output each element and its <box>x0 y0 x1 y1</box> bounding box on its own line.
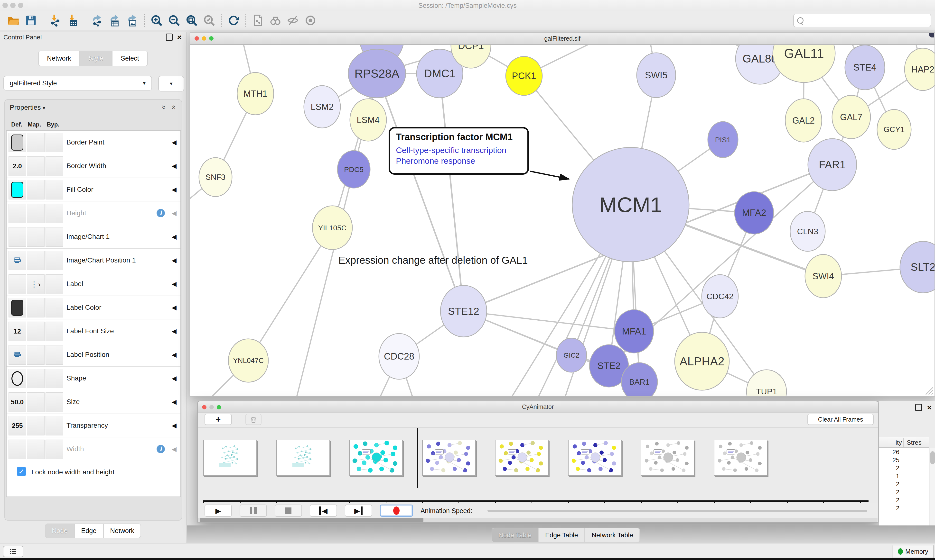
mapping-cell[interactable] <box>27 322 45 341</box>
memory-button[interactable]: Memory <box>893 545 933 558</box>
table-row[interactable]: 2 <box>879 480 929 488</box>
import-table-icon[interactable] <box>66 13 80 28</box>
mapping-cell[interactable] <box>27 345 45 365</box>
bypass-cell[interactable] <box>46 298 63 317</box>
tab-network[interactable]: Network <box>38 51 80 66</box>
mapping-cell[interactable] <box>27 227 45 247</box>
timeline[interactable]: Seconds 0123456789 <box>198 428 878 503</box>
collapse-arrow-icon[interactable]: ◀ <box>172 445 176 453</box>
cyanimator-titlebar[interactable]: CyAnimator <box>198 402 878 413</box>
bypass-cell[interactable] <box>46 180 63 200</box>
frame-thumbnail-6[interactable] <box>641 440 694 476</box>
mapping-cell[interactable]: ⋮› <box>27 274 45 294</box>
mapping-cell[interactable] <box>27 133 45 152</box>
tab-network[interactable]: Network <box>103 523 141 538</box>
window-minimize-button[interactable] <box>10 3 15 8</box>
search-input[interactable] <box>806 15 930 26</box>
property-row-shape[interactable]: Shape◀ <box>6 366 181 390</box>
properties-header[interactable]: Properties ▾ <box>10 104 45 111</box>
skip-start-button[interactable]: ◀ <box>310 505 337 517</box>
bypass-cell[interactable] <box>46 133 63 152</box>
timeline-playhead[interactable] <box>417 428 418 488</box>
tab-style[interactable]: Style <box>80 51 112 66</box>
tab-select[interactable]: Select <box>112 51 148 66</box>
mapping-cell[interactable] <box>27 369 45 388</box>
table-scrollbar[interactable] <box>930 448 935 525</box>
collapse-arrow-icon[interactable]: ◀ <box>172 186 176 194</box>
clear-all-frames-button[interactable]: Clear All Frames <box>807 414 874 425</box>
default-cell[interactable]: 255 <box>9 416 26 435</box>
frame-thumbnail-3[interactable] <box>422 440 476 476</box>
play-button[interactable]: ▶ <box>205 505 232 517</box>
default-cell[interactable] <box>9 204 26 223</box>
collapse-arrow-icon[interactable]: ◀ <box>172 422 176 429</box>
frame-thumbnail-1[interactable] <box>276 440 330 476</box>
delete-frame-button[interactable] <box>245 414 262 425</box>
table-row[interactable]: 2 <box>879 504 929 512</box>
collapse-arrow-icon[interactable]: ◀ <box>172 280 176 288</box>
tab-edge[interactable]: Edge <box>74 523 103 538</box>
cyanimator-minimize-button[interactable] <box>210 405 214 409</box>
property-row-width[interactable]: Widthi◀ <box>6 437 181 461</box>
window-zoom-button[interactable] <box>18 3 23 8</box>
network-close-button[interactable] <box>194 36 199 41</box>
zoom-in-icon[interactable] <box>150 13 164 28</box>
property-row-fill-color[interactable]: Fill Color◀ <box>6 178 181 202</box>
property-row-height[interactable]: Heighti◀ <box>6 202 181 225</box>
property-row-image-chart-position-1[interactable]: Image/Chart Position 1◀ <box>6 249 181 272</box>
default-cell[interactable] <box>9 369 26 388</box>
bypass-cell[interactable] <box>46 274 63 294</box>
cyanimator-zoom-button[interactable] <box>217 405 221 409</box>
tab-edge-table[interactable]: Edge Table <box>538 528 585 543</box>
collapse-arrow-icon[interactable]: ◀ <box>172 209 176 217</box>
close-panel-icon[interactable]: × <box>927 405 932 411</box>
resize-grip[interactable] <box>924 385 933 395</box>
record-button[interactable] <box>380 505 413 517</box>
zoom-out-icon[interactable] <box>167 13 181 28</box>
open-icon[interactable] <box>6 13 20 28</box>
export-table-icon[interactable] <box>108 13 122 28</box>
tab-node[interactable]: Node <box>45 523 74 538</box>
mapping-cell[interactable] <box>27 157 45 176</box>
property-row-transparency[interactable]: 255Transparency◀ <box>6 414 181 437</box>
mapping-cell[interactable] <box>27 251 45 270</box>
bypass-cell[interactable] <box>46 204 63 223</box>
skip-end-button[interactable]: ▶ <box>345 505 372 517</box>
style-options-button[interactable]: ▾ <box>158 76 184 91</box>
pause-button[interactable] <box>239 505 267 517</box>
collapse-arrow-icon[interactable]: ◀ <box>172 398 176 406</box>
scrollbar-thumb[interactable] <box>930 451 935 465</box>
annotation-link[interactable]: Cell-type-specific transcription <box>396 145 522 155</box>
mapping-cell[interactable] <box>27 180 45 200</box>
collapse-arrow-icon[interactable]: ◀ <box>172 233 176 241</box>
window-close-button[interactable] <box>2 3 8 8</box>
frame-thumbnail-0[interactable] <box>203 440 257 476</box>
frame-thumbnail-2[interactable] <box>349 440 403 476</box>
collapse-arrow-icon[interactable]: ◀ <box>172 257 176 264</box>
scrollbar-thumb[interactable] <box>200 518 423 522</box>
collapse-arrow-icon[interactable]: ◀ <box>172 328 176 335</box>
frame-thumbnail-7[interactable] <box>714 440 767 476</box>
table-row[interactable]: 2 <box>879 488 929 496</box>
cyanimator-close-button[interactable] <box>202 405 207 409</box>
info-icon[interactable]: i <box>157 209 165 217</box>
table-row[interactable]: 2 <box>879 464 929 472</box>
default-cell[interactable] <box>9 298 26 317</box>
bypass-cell[interactable] <box>46 251 63 270</box>
mapping-cell[interactable] <box>27 204 45 223</box>
property-row-image-chart-1[interactable]: Image/Chart 1◀ <box>6 225 181 249</box>
default-cell[interactable] <box>9 133 26 152</box>
collapse-arrow-icon[interactable]: ◀ <box>172 351 176 358</box>
property-row-label-color[interactable]: Label Color◀ <box>6 296 181 319</box>
default-cell[interactable]: 50.0 <box>9 392 26 412</box>
style-selector[interactable]: galFiltered Style ▾ <box>3 76 152 91</box>
network-window-titlebar[interactable]: galFiltered.sif <box>190 32 935 45</box>
bypass-cell[interactable] <box>46 227 63 247</box>
network-canvas[interactable]: RPS28ADMC1DCP1PCK1MTH1LSM2LSM4SNF3PDC5YI… <box>190 45 935 396</box>
property-row-label-position[interactable]: Label Position◀ <box>6 343 181 366</box>
close-panel-icon[interactable]: × <box>177 34 182 40</box>
network-annotation[interactable]: Transcription factor MCM1 Cell-type-spec… <box>389 127 529 175</box>
collapse-all-icon[interactable]: » <box>169 105 177 109</box>
import-network-icon[interactable] <box>48 13 62 28</box>
property-row-size[interactable]: 50.0Size◀ <box>6 390 181 414</box>
